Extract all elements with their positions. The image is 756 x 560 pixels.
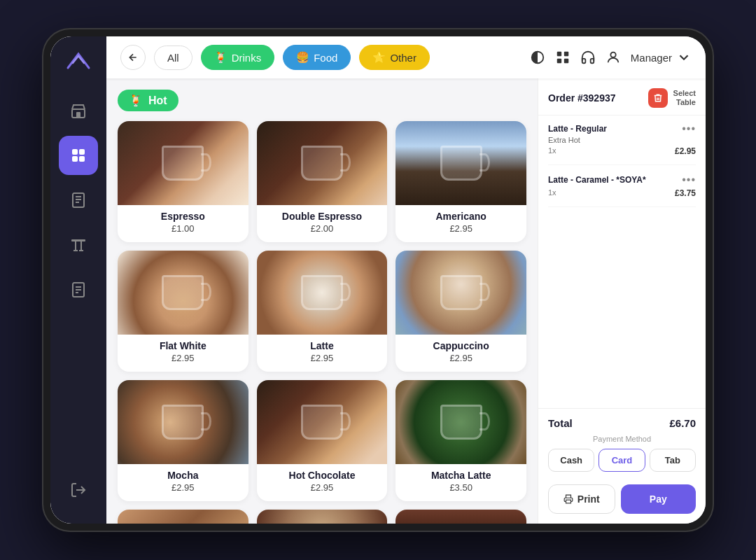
tablet-screen: All 🍹 Drinks 🍔 Food ⭐ Other: [50, 36, 706, 524]
order-actions: Print Pay: [538, 484, 706, 524]
product-name: Latte: [265, 340, 379, 351]
delete-order-button[interactable]: [648, 88, 668, 108]
order-item-modifier: Extra Hot: [548, 136, 696, 144]
svg-rect-22: [557, 59, 561, 63]
pay-button[interactable]: Pay: [621, 484, 696, 514]
category-all-button[interactable]: All: [154, 46, 192, 70]
double-espresso-image: [257, 121, 388, 205]
sidebar-item-orders[interactable]: [59, 181, 98, 220]
payment-card-button[interactable]: Card: [598, 449, 645, 472]
product-price: £2.95: [404, 223, 518, 234]
tablet-frame: All 🍹 Drinks 🍔 Food ⭐ Other: [42, 28, 714, 532]
sidebar-item-menu[interactable]: [59, 136, 98, 175]
manager-menu-button[interactable]: Manager: [631, 50, 692, 65]
order-item-name: Latte - Regular: [548, 124, 607, 134]
mocha-image: [118, 380, 248, 464]
sidebar-item-store[interactable]: [59, 91, 98, 130]
category-other-button[interactable]: ⭐ Other: [359, 45, 430, 70]
product-price: £2.95: [404, 353, 518, 363]
headset-icon[interactable]: [580, 50, 596, 65]
svg-rect-2: [72, 149, 78, 155]
product-name: Cappuccino: [404, 340, 518, 351]
product-card-flat-white[interactable]: Flat White £2.95: [118, 251, 248, 372]
svg-rect-20: [557, 52, 561, 56]
bottom1-image: [118, 510, 248, 524]
hot-drinks-icon: 🍹: [129, 94, 143, 107]
product-name: Double Espresso: [265, 211, 379, 222]
svg-rect-21: [564, 52, 568, 56]
svg-rect-4: [72, 156, 78, 162]
total-amount: £6.70: [669, 417, 696, 429]
body-area: 🍹 Hot Espresso: [106, 78, 706, 524]
order-panel: Order #392937 SelectTable: [538, 78, 706, 524]
svg-rect-1: [76, 112, 80, 118]
category-food-button[interactable]: 🍔 Food: [283, 45, 351, 70]
order-header: Order #392937 SelectTable: [538, 78, 706, 115]
payment-method-label: Payment Method: [548, 435, 696, 443]
order-item-qty: 1x: [548, 188, 556, 198]
payment-methods: Cash Card Tab: [548, 449, 696, 472]
bottom2-image: [257, 510, 388, 524]
order-total: Total £6.70 Payment Method Cash Card Tab: [538, 408, 706, 484]
main-content: All 🍹 Drinks 🍔 Food ⭐ Other: [106, 36, 706, 524]
user-icon: [606, 50, 621, 65]
sidebar: [50, 36, 106, 524]
order-item-name: Latte - Caramel - *SOYA*: [548, 175, 646, 185]
product-price: £1.00: [126, 223, 240, 234]
order-item-options-button[interactable]: •••: [682, 174, 696, 186]
order-item-options-button[interactable]: •••: [682, 122, 696, 135]
payment-tab-button[interactable]: Tab: [650, 449, 696, 472]
chevron-down-icon: [676, 50, 692, 65]
product-name: Americano: [404, 211, 518, 222]
order-items: Latte - Regular ••• Extra Hot 1x £2.95: [538, 115, 706, 408]
order-item-qty: 1x: [548, 146, 556, 156]
other-icon: ⭐: [372, 51, 386, 64]
bottom3-image: [396, 510, 526, 524]
svg-rect-25: [566, 500, 570, 503]
product-card-mocha[interactable]: Mocha £2.95: [118, 380, 248, 501]
americano-image: [396, 121, 526, 205]
sidebar-item-logout[interactable]: [59, 470, 98, 510]
product-card-americano[interactable]: Americano £2.95: [396, 121, 526, 242]
header: All 🍹 Drinks 🍔 Food ⭐ Other: [106, 36, 706, 78]
product-name: Hot Chocolate: [265, 470, 379, 481]
total-label: Total: [548, 417, 573, 429]
flat-white-image: [118, 251, 248, 335]
select-table-button[interactable]: SelectTable: [673, 89, 696, 107]
print-button[interactable]: Print: [548, 484, 615, 514]
header-icons: Manager: [530, 50, 692, 65]
product-card-double-espresso[interactable]: Double Espresso £2.00: [257, 121, 388, 242]
product-price: £2.95: [126, 353, 240, 363]
sidebar-item-tables[interactable]: [59, 225, 98, 265]
food-icon: 🍔: [296, 51, 309, 64]
drinks-icon: 🍹: [214, 51, 227, 64]
product-card-cappuccino[interactable]: Cappuccino £2.95: [396, 251, 526, 372]
order-item: Latte - Caramel - *SOYA* ••• 1x £3.75: [548, 174, 696, 207]
order-number: Order #392937: [548, 92, 616, 104]
product-card-hot-chocolate[interactable]: Hot Chocolate £2.95: [257, 380, 388, 501]
product-price: £2.95: [126, 482, 240, 493]
product-name: Espresso: [126, 211, 240, 222]
sidebar-item-reports[interactable]: [59, 270, 98, 309]
product-card-bottom2[interactable]: [257, 510, 388, 524]
product-card-latte[interactable]: Latte £2.95: [257, 251, 388, 372]
product-price: £2.95: [265, 353, 379, 363]
products-grid: Espresso £1.00 Double Espress: [118, 121, 526, 524]
order-item: Latte - Regular ••• Extra Hot 1x £2.95: [548, 122, 696, 165]
order-item-price: £2.95: [675, 146, 696, 156]
contrast-icon[interactable]: [530, 50, 545, 65]
product-card-matcha-latte[interactable]: Matcha Latte £3.50: [396, 380, 526, 501]
cappuccino-image: [396, 251, 526, 335]
product-card-bottom1[interactable]: [118, 510, 248, 524]
latte-image: [257, 251, 388, 335]
product-card-bottom3[interactable]: [396, 510, 526, 524]
svg-rect-5: [79, 156, 85, 162]
grid-icon[interactable]: [555, 50, 570, 65]
back-button[interactable]: [120, 45, 146, 70]
payment-cash-button[interactable]: Cash: [548, 449, 594, 472]
category-drinks-button[interactable]: 🍹 Drinks: [201, 45, 275, 70]
product-card-espresso[interactable]: Espresso £1.00: [118, 121, 248, 242]
product-name: Flat White: [126, 340, 240, 351]
matcha-latte-image: [396, 380, 526, 464]
product-name: Mocha: [126, 470, 240, 481]
